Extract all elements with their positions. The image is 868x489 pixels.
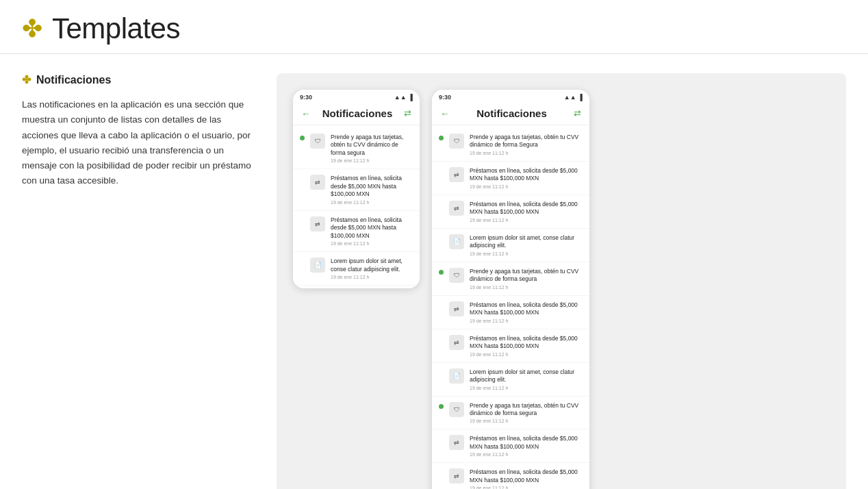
section-title: ✤ Notificaciones	[22, 73, 255, 86]
notification-dot	[439, 203, 444, 208]
notification-icon: 📄	[449, 368, 464, 384]
list-item: 🛡Prende y apaga tus tarjetas, obtén tu C…	[432, 128, 589, 162]
notification-date: 19 de ene 11:12 h	[470, 285, 583, 290]
notification-icon: ⇄	[449, 468, 464, 484]
notification-text: Préstamos en línea, solicita desde $5,00…	[470, 335, 583, 357]
notification-date: 19 de ene 11:12 h	[470, 452, 583, 457]
notification-title: Préstamos en línea, solicita desde $5,00…	[470, 167, 583, 183]
list-item: ⇄Préstamos en línea, solicita desde $5,0…	[432, 463, 589, 489]
notification-text: Préstamos en línea, solicita desde $5,00…	[331, 216, 413, 246]
notification-dot	[439, 136, 444, 140]
notification-dot	[439, 270, 444, 275]
notification-title: Préstamos en línea, solicita desde $5,00…	[331, 175, 413, 198]
notification-title: Prende y apaga tus tarjetas, obtén tu CV…	[470, 268, 583, 284]
notification-title: Préstamos en línea, solicita desde $5,00…	[470, 201, 583, 216]
notification-dot	[439, 337, 444, 342]
notification-text: Préstamos en línea, solicita desde $5,00…	[470, 301, 583, 323]
notification-date: 19 de ene 11:12 h	[331, 275, 413, 279]
list-item: 🛡Prende y apaga tus tarjetas, obtén tu C…	[432, 397, 589, 430]
section-fleur-icon: ✤	[22, 73, 31, 86]
phone-mockup-small: 9:30 ▲▲ ▐ ← Notificaciones ⇄ 🛡Prende y a…	[293, 90, 420, 288]
notification-date: 19 de ene 11:12 h	[470, 318, 583, 323]
notification-icon: 📄	[310, 258, 325, 273]
notification-date: 19 de ene 11:12 h	[470, 352, 583, 357]
list-item: ⇄Préstamos en línea, solicita desde $5,0…	[432, 296, 589, 329]
notification-text: Lorem ipsum dolor sit amet, conse clatur…	[470, 368, 583, 390]
status-icons-large: ▲▲ ▐	[564, 94, 583, 101]
notification-text: Préstamos en línea, solicita desde $5,00…	[331, 175, 413, 204]
notification-dot	[300, 218, 305, 223]
phone-page-title-small: Notificaciones	[322, 108, 393, 119]
notification-title: Lorem ipsum dolor sit amet, conse clatur…	[470, 234, 583, 250]
list-item: ⇄Préstamos en línea, solicita desde $5,0…	[432, 429, 589, 463]
notification-icon: ⇄	[449, 435, 464, 450]
notification-text: Prende y apaga tus tarjetas, obtén tu CV…	[470, 402, 583, 424]
notification-dot	[300, 136, 305, 140]
main-content: ✤ Notificaciones Las notificaciones en l…	[0, 54, 868, 489]
notification-icon: 📄	[449, 234, 464, 249]
list-item: 📄Lorem ipsum dolor sit amet, conse clatu…	[293, 252, 420, 286]
phone-body-large: 🛡Prende y apaga tus tarjetas, obtén tu C…	[432, 125, 589, 489]
page-header: ✤ Templates	[0, 0, 868, 54]
notification-icon: 🛡	[449, 134, 464, 149]
notification-dot	[439, 236, 444, 241]
left-panel: ✤ Notificaciones Las notificaciones en l…	[22, 73, 255, 489]
notification-text: Lorem ipsum dolor sit amet, conse clatur…	[331, 258, 413, 279]
notification-icon: ⇄	[310, 175, 325, 190]
notification-date: 19 de ene 11:12 h	[470, 251, 583, 256]
phone-body-small: 🛡Prende y apaga tus tarjetas, obtén tu C…	[293, 125, 420, 288]
notification-text: Lorem ipsum dolor sit amet, conse clatur…	[470, 234, 583, 256]
notification-title: Lorem ipsum dolor sit amet, conse clatur…	[470, 368, 583, 384]
status-bar-large: 9:30 ▲▲ ▐	[432, 90, 589, 103]
battery-icon-large: ▐	[578, 94, 583, 101]
notification-title: Préstamos en línea, solicita desde $5,00…	[331, 216, 413, 240]
notification-dot	[439, 371, 444, 375]
header-fleur-icon: ✤	[22, 16, 42, 41]
list-item: ⇄Préstamos en línea, solicita desde $5,0…	[293, 169, 420, 210]
notification-title: Prende y apaga tus tarjetas, obtén tu CV…	[470, 402, 583, 418]
refresh-icon-small: ⇄	[404, 108, 411, 118]
phone-page-title-large: Notificaciones	[476, 108, 547, 119]
notification-date: 19 de ene 11:12 h	[470, 151, 583, 155]
section-description: Las notificaciones en la aplicación es u…	[22, 97, 255, 189]
back-arrow-small: ←	[301, 108, 311, 119]
notification-icon: ⇄	[449, 167, 464, 182]
back-arrow-large: ←	[440, 108, 450, 119]
status-bar-small: 9:30 ▲▲ ▐	[293, 90, 420, 103]
notification-date: 19 de ene 11:12 h	[331, 200, 413, 205]
status-time-large: 9:30	[439, 94, 451, 101]
notification-icon: ⇄	[449, 201, 464, 216]
section-heading: Notificaciones	[36, 74, 111, 86]
notification-dot	[439, 437, 444, 442]
notification-date: 19 de ene 11:12 h	[470, 184, 583, 189]
notification-dot	[439, 169, 444, 174]
phone-mockup-large: 9:30 ▲▲ ▐ ← Notificaciones ⇄ 🛡Prende y a…	[432, 90, 589, 489]
notification-icon: ⇄	[449, 301, 464, 316]
notification-text: Prende y apaga tus tarjetas, obtén tu CV…	[331, 134, 413, 163]
notification-icon: 🛡	[310, 134, 325, 149]
notification-text: Préstamos en línea, solicita desde $5,00…	[470, 167, 583, 189]
battery-icon: ▐	[409, 94, 413, 101]
notification-icon: 🛡	[449, 402, 464, 417]
page-title: Templates	[52, 12, 180, 45]
list-item: 📄Lorem ipsum dolor sit amet, conse clatu…	[432, 363, 589, 397]
status-icons-small: ▲▲ ▐	[394, 94, 413, 101]
refresh-icon-large: ⇄	[574, 108, 581, 118]
notification-icon: 🛡	[449, 268, 464, 283]
notification-title: Préstamos en línea, solicita desde $5,00…	[470, 468, 583, 484]
notification-text: Prende y apaga tus tarjetas, obtén tu CV…	[470, 268, 583, 290]
list-item: ⇄Préstamos en línea, solicita desde $5,0…	[432, 195, 589, 229]
notification-date: 19 de ene 11:12 h	[331, 241, 413, 246]
notification-icon: ⇄	[449, 335, 464, 350]
list-item: ⇄Préstamos en línea, solicita desde $5,0…	[293, 211, 420, 252]
notification-text: Préstamos en línea, solicita desde $5,00…	[470, 435, 583, 457]
notification-date: 19 de ene 11:12 h	[470, 418, 583, 423]
signal-icon: ▲▲	[394, 94, 407, 101]
notification-dot	[439, 303, 444, 308]
notification-dot	[439, 471, 444, 475]
list-item: ⇄Préstamos en línea, solicita desde $5,0…	[432, 162, 589, 195]
notification-text: Prende y apaga tus tarjetas, obtén tu CV…	[470, 134, 583, 155]
notification-date: 19 de ene 11:12 h	[470, 386, 583, 390]
notification-text: Préstamos en línea, solicita desde $5,00…	[470, 468, 583, 489]
status-time-small: 9:30	[300, 94, 312, 101]
